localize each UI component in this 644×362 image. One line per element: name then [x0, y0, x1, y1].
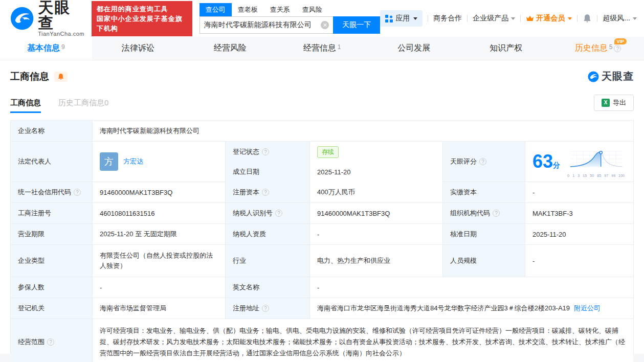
establish-date-value: 2025-11-20: [310, 162, 443, 182]
logo-subtitle: TianYanCha.com: [38, 31, 85, 37]
org-code-value: MAK1T3BF-3: [525, 203, 633, 223]
search-button[interactable]: 天眼一下: [333, 16, 380, 34]
section-title: 工商信息: [10, 70, 49, 83]
tab-company-development[interactable]: 公司发展: [368, 37, 460, 60]
reg-capital-value: 400万人民币: [310, 182, 443, 202]
score-number: 63: [532, 151, 553, 172]
top-header: 天眼查 TianYanCha.com 都在用的商业查询工具 国家中小企业发展子基…: [0, 0, 644, 37]
reg-number-label: 工商注册号: [11, 203, 93, 223]
business-term-label: 营业期限: [11, 224, 93, 244]
reg-authority-label: 登记机关: [11, 298, 93, 319]
tianyancha-logo-icon: [588, 71, 599, 82]
legal-rep-label: 法定代表人: [11, 142, 93, 182]
open-vip-menu[interactable]: 开通会员: [526, 14, 572, 23]
apps-grid-icon: [385, 15, 393, 22]
address-label: 注册地址 ?: [226, 298, 310, 319]
tab-operating-info[interactable]: 经营信息 1: [276, 37, 368, 60]
slogan-badge: 都在用的商业查询工具 国家中小企业发展子基金旗下机构: [92, 1, 192, 36]
notifications-button[interactable]: [583, 14, 592, 23]
tianyancha-watermark: 天眼查: [588, 70, 634, 83]
tab-legal-proceedings[interactable]: 法律诉讼: [92, 37, 184, 60]
establish-date-label: 成立日期: [226, 162, 310, 182]
search-tab-company[interactable]: 查公司: [199, 3, 232, 16]
tab-basic-info[interactable]: 基本信息 9: [0, 37, 92, 60]
crown-icon: [526, 15, 534, 22]
table-row: 工商注册号 460108011631516 纳税人识别号 ? 91460000M…: [11, 203, 633, 224]
search-input-box: ✕: [199, 16, 334, 34]
legal-rep-link[interactable]: 方宏达: [123, 157, 143, 166]
search-tab-risk[interactable]: 查风险: [296, 3, 328, 16]
tab-history-info[interactable]: VIP 历史信息 5 ?: [552, 37, 644, 60]
taxpayer-quality-label: 纳税人资质: [226, 224, 310, 244]
paid-capital-value: -: [525, 182, 633, 202]
nearby-companies-link[interactable]: 附近公司: [574, 304, 601, 313]
table-row: 参保人数 - 英文名称 -: [11, 277, 633, 298]
table-row: 登记机关 海南省市场监督管理局 注册地址 ? 海南省海口市龙华区海垦街道海秀大道…: [11, 298, 633, 319]
business-scope-value: 许可经营项目：发电业务、输电业务、供（配）电业务；输电、供电、受电电力设施的安装…: [93, 319, 633, 362]
table-row: 企业类型 有限责任公司（自然人投资或控股的法人独资） 行业 电力、热力生产和供应…: [11, 245, 633, 277]
help-icon[interactable]: ?: [614, 45, 621, 52]
paid-capital-label: 实缴资本: [443, 182, 525, 202]
table-row: 经营范围 ? 许可经营项目：发电业务、输电业务、供（配）电业务；输电、供电、受电…: [11, 319, 633, 362]
tianyancha-logo-icon: [10, 6, 34, 31]
search-area: 查公司 查老板 查关系 查风险 ✕ 天眼一下: [199, 3, 381, 34]
search-tab-relation[interactable]: 查关系: [264, 3, 296, 16]
help-icon[interactable]: ?: [262, 305, 269, 312]
reg-number-value: 460108011631516: [93, 203, 226, 223]
score-label: 天眼评分 ?: [443, 142, 525, 182]
help-icon[interactable]: ?: [74, 189, 81, 196]
score-value: 63分: [525, 142, 633, 182]
reg-authority-value: 海南省市场监督管理局: [93, 298, 226, 319]
business-scope-label: 经营范围 ?: [11, 319, 93, 362]
avatar[interactable]: 方: [100, 152, 118, 171]
reg-capital-label: 注册资本 ?: [226, 182, 310, 202]
clear-search-icon[interactable]: ✕: [321, 21, 329, 29]
company-type-value: 有限责任公司（自然人投资或控股的法人独资）: [93, 245, 226, 277]
bell-icon: [57, 73, 64, 80]
business-info-table: 企业名称 海南时代零碳新能源科技有限公司 法定代表人 方 方宏达 登记状态 ? …: [10, 120, 634, 362]
help-icon[interactable]: ?: [262, 148, 269, 155]
business-cooperation-link[interactable]: 商务合作: [433, 14, 462, 23]
monitor-bell-button[interactable]: [54, 72, 68, 82]
staff-size-value: -: [525, 245, 633, 277]
company-name-value: 海南时代零碳新能源科技有限公司: [93, 121, 633, 141]
help-icon[interactable]: ?: [275, 210, 282, 217]
super-risk-menu[interactable]: 超级风...: [603, 14, 637, 23]
status-badge: 存续: [317, 146, 339, 158]
english-name-value: -: [310, 277, 633, 298]
business-info-section: 工商信息 天眼查 工商信息 历史工商信息0 X 导出: [0, 60, 644, 113]
search-input[interactable]: [204, 21, 321, 29]
table-row: 统一社会信用代码 ? 91460000MAK1T3BF3Q 注册资本 ? 400…: [11, 182, 633, 203]
page: 天眼查 TianYanCha.com 都在用的商业查询工具 国家中小企业发展子基…: [0, 0, 644, 354]
help-icon[interactable]: ?: [262, 189, 269, 196]
help-icon[interactable]: ?: [493, 210, 500, 217]
subtab-business-info[interactable]: 工商信息: [10, 98, 41, 113]
taxpayer-id-value: 91460000MAK1T3BF3Q: [310, 203, 443, 223]
excel-icon: X: [602, 99, 610, 107]
vip-badge: VIP: [614, 38, 627, 44]
credit-code-label: 统一社会信用代码 ?: [11, 182, 93, 202]
search-tab-boss[interactable]: 查老板: [232, 3, 264, 16]
insured-label: 参保人数: [11, 277, 93, 298]
export-button[interactable]: X 导出: [594, 95, 634, 111]
score-distribution-chart: 0 1 3 15 50 85 97 99 100: [567, 146, 625, 177]
header-right-nav: 应用 商务合作 企业级产品 开通会员: [380, 10, 637, 27]
table-row: 企业名称 海南时代零碳新能源科技有限公司: [11, 121, 633, 142]
tab-intellectual-property[interactable]: 知识产权: [460, 37, 552, 60]
subtab-history-business-info[interactable]: 历史工商信息0: [58, 98, 108, 113]
search-tabs: 查公司 查老板 查关系 查风险: [199, 3, 381, 16]
org-code-label: 组织机构代码 ?: [443, 203, 525, 223]
apps-menu[interactable]: 应用: [380, 10, 423, 27]
help-icon[interactable]: ?: [479, 158, 486, 165]
credit-code-value: 91460000MAK1T3BF3Q: [93, 182, 226, 202]
help-icon[interactable]: ?: [47, 338, 54, 346]
insured-value: -: [93, 277, 226, 298]
approval-date-value: 2025-11-20: [525, 224, 633, 244]
enterprise-products-menu[interactable]: 企业级产品: [473, 14, 515, 23]
address-value: 海南省海口市龙华区海垦街道海秀大道84号龙华数字经济产业园3＃综合楼2楼203-…: [310, 298, 633, 319]
tab-operating-risk[interactable]: 经营风险: [184, 37, 276, 60]
reg-status-label: 登记状态 ?: [226, 142, 310, 162]
tianyancha-logo[interactable]: 天眼查 TianYanCha.com: [10, 0, 85, 37]
company-type-label: 企业类型: [11, 245, 93, 277]
logo-title: 天眼查: [38, 0, 85, 31]
